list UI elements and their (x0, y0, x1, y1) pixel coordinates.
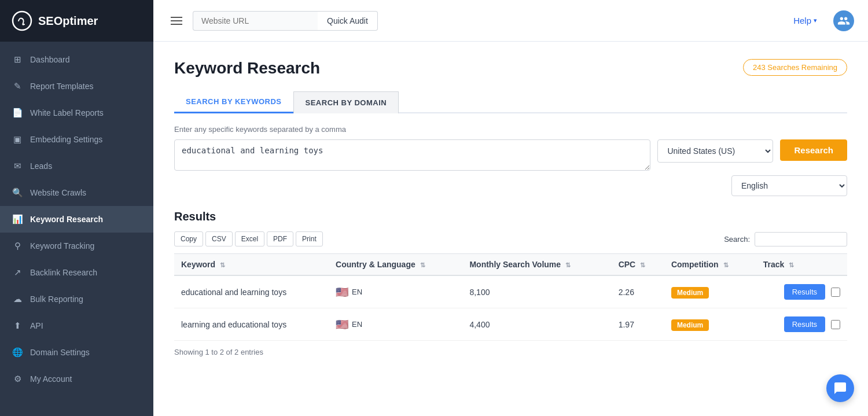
nav-label-keyword-tracking: Keyword Tracking (30, 241, 94, 251)
cell-competition-0: Medium (664, 275, 756, 308)
chat-icon (833, 381, 847, 395)
export-copy-button[interactable]: Copy (174, 231, 203, 246)
results-button-0[interactable]: Results (784, 284, 825, 300)
results-button-1[interactable]: Results (784, 316, 825, 332)
col-header-country-language[interactable]: Country & Language ⇅ (329, 254, 462, 276)
nav-label-backlink-research: Backlink Research (30, 268, 97, 277)
sidebar-item-domain-settings[interactable]: 🌐 Domain Settings (0, 339, 153, 366)
competition-badge-1: Medium (671, 319, 709, 331)
cell-volume-1: 4,400 (462, 308, 611, 341)
searches-remaining-badge: 243 Searches Remaining (743, 59, 847, 76)
results-title: Results (174, 210, 847, 223)
content-area: Keyword Research 243 Searches Remaining … (153, 42, 868, 416)
sort-icon-cpc: ⇅ (640, 262, 645, 269)
col-header-competition[interactable]: Competition ⇅ (664, 254, 756, 276)
showing-entries-text: Showing 1 to 2 of 2 entries (174, 348, 847, 356)
nav-label-bulk-reporting: Bulk Reporting (30, 294, 83, 304)
nav-icon-leads: ✉ (12, 160, 23, 172)
nav-icon-api: ⬆ (12, 320, 23, 332)
sort-icon-monthly-search-volume: ⇅ (565, 262, 571, 269)
export-excel-button[interactable]: Excel (235, 231, 264, 246)
flag-icon-1: 🇺🇸 (336, 318, 348, 331)
nav-icon-keyword-tracking: ⚲ (12, 240, 23, 252)
cell-country-1: 🇺🇸 EN (329, 308, 462, 341)
col-header-cpc[interactable]: CPC ⇅ (612, 254, 664, 276)
table-header: Keyword ⇅Country & Language ⇅Monthly Sea… (174, 254, 847, 276)
cell-cpc-0: 2.26 (612, 275, 664, 308)
search-label: Search: (724, 235, 750, 244)
chat-bubble-button[interactable] (826, 374, 854, 402)
nav-label-website-crawls: Website Crawls (30, 188, 86, 197)
keyword-input[interactable]: educational and learning toys (174, 139, 650, 171)
col-header-track[interactable]: Track ⇅ (756, 254, 847, 276)
cell-keyword-0: educational and learning toys (174, 275, 329, 308)
nav-icon-bulk-reporting: ☁ (12, 293, 23, 305)
language-row: EnglishSpanishFrenchGerman (174, 175, 847, 196)
nav-label-embedding-settings: Embedding Settings (30, 135, 102, 144)
tab-search-by-keywords[interactable]: SEARCH BY KEYWORDS (174, 91, 293, 113)
sidebar-nav: ⊞ Dashboard✎ Report Templates📄 White Lab… (0, 42, 153, 416)
flag-icon-0: 🇺🇸 (336, 286, 348, 299)
nav-icon-white-label-reports: 📄 (12, 107, 23, 119)
sidebar-item-report-templates[interactable]: ✎ Report Templates (0, 73, 153, 100)
sidebar: SEOptimer ⊞ Dashboard✎ Report Templates📄… (0, 0, 153, 416)
page-title: Keyword Research (174, 59, 320, 78)
keyword-hint: Enter any specific keywords separated by… (174, 125, 847, 134)
nav-icon-dashboard: ⊞ (12, 54, 23, 65)
table-row: learning and educational toys 🇺🇸 EN 4,40… (174, 308, 847, 341)
country-select[interactable]: United States (US)United Kingdom (UK)Can… (657, 139, 773, 163)
research-button[interactable]: Research (780, 139, 847, 161)
sidebar-item-bulk-reporting[interactable]: ☁ Bulk Reporting (0, 286, 153, 312)
table-row: educational and learning toys 🇺🇸 EN 8,10… (174, 275, 847, 308)
quick-audit-button[interactable]: Quick Audit (318, 11, 378, 31)
table-body: educational and learning toys 🇺🇸 EN 8,10… (174, 275, 847, 341)
nav-icon-embedding-settings: ▣ (12, 134, 23, 145)
cell-competition-1: Medium (664, 308, 756, 341)
nav-icon-my-account: ⚙ (12, 373, 23, 385)
nav-label-my-account: My Account (30, 374, 72, 384)
lang-code-1: EN (352, 320, 362, 329)
nav-icon-domain-settings: 🌐 (12, 347, 23, 358)
sidebar-item-keyword-tracking[interactable]: ⚲ Keyword Tracking (0, 233, 153, 259)
logo-area: SEOptimer (0, 0, 153, 42)
url-input[interactable] (193, 11, 320, 31)
help-button[interactable]: Help ▾ (793, 16, 817, 25)
table-search-control: Search: (724, 232, 847, 246)
nav-label-leads: Leads (30, 161, 52, 171)
export-pdf-button[interactable]: PDF (267, 231, 293, 246)
sort-icon-competition: ⇅ (723, 262, 729, 269)
lang-code-0: EN (352, 288, 362, 296)
tab-search-by-domain[interactable]: SEARCH BY DOMAIN (293, 91, 399, 113)
sort-icon-keyword: ⇅ (220, 262, 225, 269)
sidebar-item-white-label-reports[interactable]: 📄 White Label Reports (0, 100, 153, 126)
search-input-row: educational and learning toys United Sta… (174, 139, 847, 171)
track-checkbox-1[interactable] (831, 320, 840, 329)
sidebar-item-api[interactable]: ⬆ API (0, 312, 153, 339)
language-select[interactable]: EnglishSpanishFrenchGerman (731, 175, 847, 196)
svg-point-0 (13, 12, 31, 30)
track-checkbox-0[interactable] (831, 288, 840, 297)
cell-keyword-1: learning and educational toys (174, 308, 329, 341)
sidebar-item-embedding-settings[interactable]: ▣ Embedding Settings (0, 126, 153, 153)
table-search-input[interactable] (755, 232, 847, 246)
sort-icon-country-language: ⇅ (420, 262, 425, 269)
tabs-row: SEARCH BY KEYWORDS SEARCH BY DOMAIN (174, 91, 847, 113)
competition-badge-0: Medium (671, 287, 709, 299)
sidebar-item-backlink-research[interactable]: ↗ Backlink Research (0, 259, 153, 286)
sidebar-item-my-account[interactable]: ⚙ My Account (0, 366, 153, 392)
main-area: Quick Audit Help ▾ Keyword Research 243 … (153, 0, 868, 416)
export-print-button[interactable]: Print (296, 231, 323, 246)
content-header: Keyword Research 243 Searches Remaining (174, 59, 847, 78)
sidebar-item-dashboard[interactable]: ⊞ Dashboard (0, 46, 153, 73)
nav-label-domain-settings: Domain Settings (30, 348, 90, 357)
col-header-keyword[interactable]: Keyword ⇅ (174, 254, 329, 276)
col-header-monthly-search-volume[interactable]: Monthly Search Volume ⇅ (462, 254, 611, 276)
sidebar-item-website-crawls[interactable]: 🔍 Website Crawls (0, 179, 153, 206)
cell-track-0: Results (756, 275, 847, 308)
sidebar-item-leads[interactable]: ✉ Leads (0, 153, 153, 179)
hamburger-button[interactable] (167, 13, 186, 28)
export-csv-button[interactable]: CSV (205, 231, 233, 246)
sidebar-item-keyword-research[interactable]: 📊 Keyword Research (0, 206, 153, 233)
table-controls: CopyCSVExcelPDFPrint Search: (174, 231, 847, 246)
user-avatar[interactable] (833, 10, 854, 31)
